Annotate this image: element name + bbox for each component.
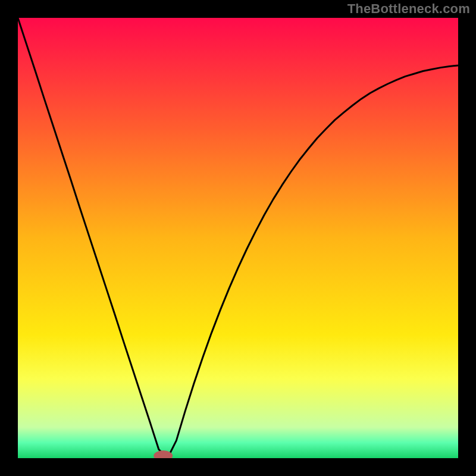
bottleneck-chart	[18, 18, 458, 458]
chart-svg	[18, 18, 458, 458]
watermark-text: TheBottleneck.com	[347, 1, 470, 17]
chart-background	[18, 18, 458, 458]
